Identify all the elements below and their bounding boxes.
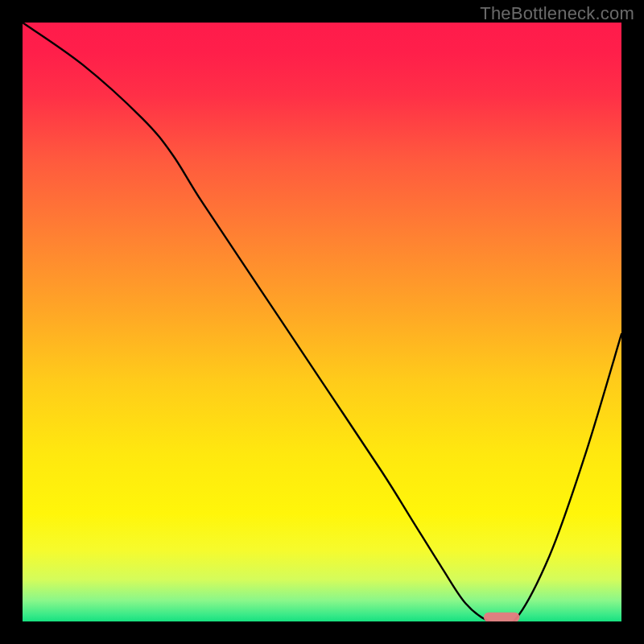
- gradient-background: [23, 23, 621, 621]
- plot-area: [23, 23, 621, 621]
- chart-frame: TheBottleneck.com: [0, 0, 644, 644]
- optimal-range-marker: [484, 613, 520, 621]
- chart-svg: [23, 23, 621, 621]
- watermark-text: TheBottleneck.com: [480, 3, 634, 24]
